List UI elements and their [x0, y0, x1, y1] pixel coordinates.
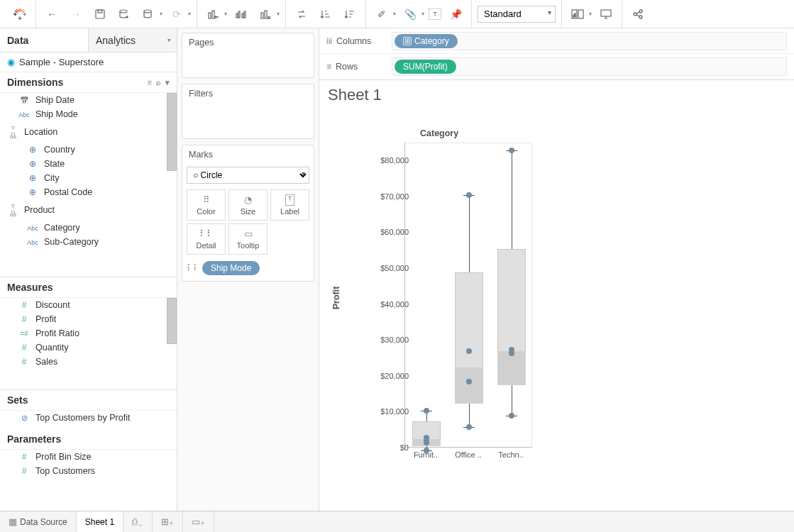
sets-list: Top Customers by Profit — [0, 411, 177, 429]
data-point[interactable] — [424, 435, 429, 440]
presentation-mode-icon[interactable] — [596, 4, 616, 24]
svg-rect-8 — [242, 13, 243, 18]
globe-icon — [27, 173, 38, 183]
tab-data[interactable]: Data — [0, 28, 88, 52]
tab-sheet1[interactable]: Sheet 1 — [77, 511, 123, 532]
parameters-list: Profit Bin SizeTop Customers — [0, 450, 177, 487]
save-icon[interactable] — [90, 4, 110, 24]
caret-icon: ▾ — [188, 11, 191, 17]
swap-icon[interactable] — [292, 4, 311, 24]
field-quantity[interactable]: Quantity — [0, 340, 177, 355]
sheet-title[interactable]: Sheet 1 — [328, 86, 785, 104]
filters-shelf[interactable]: Filters — [182, 84, 314, 139]
svg-rect-5 — [212, 11, 214, 18]
data-point[interactable] — [509, 148, 514, 153]
mark-color[interactable]: ⠿Color — [187, 189, 226, 221]
new-datasource-icon[interactable] — [114, 4, 134, 24]
group-icon[interactable]: 📎 — [400, 4, 420, 24]
caret-icon[interactable]: ▾ — [160, 11, 162, 17]
undo-icon[interactable]: ← — [42, 4, 62, 24]
data-point[interactable] — [466, 424, 472, 430]
fit-select[interactable] — [478, 6, 556, 23]
columns-pill-category[interactable]: ⊞Category — [395, 34, 458, 48]
rows-shelf[interactable]: ≡Rows SUM(Profit) — [319, 54, 794, 79]
field-top-customers[interactable]: Top Customers — [0, 464, 177, 478]
data-point[interactable] — [424, 408, 429, 414]
rows-pill-profit[interactable]: SUM(Profit) — [395, 60, 456, 74]
field-postal-code[interactable]: Postal Code — [0, 185, 177, 199]
field-sub-category[interactable]: Sub-Category — [0, 235, 177, 249]
data-point[interactable] — [509, 413, 514, 419]
field-profit-bin-size[interactable]: Profit Bin Size — [0, 450, 177, 464]
plot-area[interactable] — [404, 143, 532, 448]
field-sales[interactable]: Sales — [0, 355, 177, 369]
field-product[interactable]: Product — [0, 199, 177, 221]
field-state[interactable]: State — [0, 157, 177, 171]
detail-icon[interactable]: ⠇⠇ — [187, 263, 199, 273]
tab-analytics[interactable]: Analytics — [88, 28, 177, 52]
field-city[interactable]: City — [0, 171, 177, 185]
rows-icon: ≡ — [326, 62, 331, 72]
tableau-logo-icon[interactable] — [10, 4, 30, 24]
show-hide-cards-icon[interactable] — [568, 4, 588, 24]
label-icon: T — [285, 194, 295, 206]
datasource-icon: ◉ — [7, 57, 15, 67]
hier-icon — [7, 123, 18, 140]
mark-label[interactable]: TLabel — [270, 189, 309, 221]
svg-rect-15 — [578, 10, 583, 18]
labels-icon[interactable]: T — [429, 9, 441, 20]
field-discount[interactable]: Discount — [0, 298, 177, 312]
y-tick: $60,000 — [359, 228, 409, 236]
tab-data-source[interactable]: ▦Data Source — [0, 511, 77, 532]
refresh-icon[interactable]: ⟳ — [167, 4, 187, 24]
x-axis-title: Category — [420, 128, 458, 138]
new-worksheet-tab[interactable]: ⎙₊ — [123, 511, 153, 532]
field-ship-date[interactable]: Ship Date — [0, 93, 177, 107]
svg-rect-13 — [573, 15, 574, 17]
highlight-icon[interactable]: ✐ — [372, 4, 392, 24]
share-icon[interactable] — [628, 4, 648, 24]
svg-rect-0 — [96, 10, 104, 18]
mark-type-select[interactable]: ○ Circle — [187, 167, 309, 184]
new-worksheet-icon[interactable] — [203, 4, 223, 24]
data-point[interactable] — [509, 347, 514, 353]
caret-icon[interactable]: ▾ — [393, 11, 396, 17]
field-profit-ratio[interactable]: Profit Ratio — [0, 326, 177, 340]
mark-size[interactable]: ◔Size — [228, 189, 268, 221]
field-top-customers-by-profit[interactable]: Top Customers by Profit — [0, 411, 177, 425]
svg-point-3 — [144, 10, 151, 13]
new-story-tab[interactable]: ▭₊ — [183, 511, 214, 532]
redo-icon[interactable]: → — [66, 4, 86, 24]
x-category: Techn.. — [490, 450, 532, 459]
expand-icon[interactable]: ⊞ — [403, 37, 412, 45]
fit-select-input[interactable] — [478, 6, 556, 23]
field-country[interactable]: Country — [0, 143, 177, 157]
field-category[interactable]: Category — [0, 221, 177, 235]
sort-asc-icon[interactable] — [316, 4, 336, 24]
duplicate-sheet-icon[interactable] — [231, 4, 251, 24]
caret-icon[interactable]: ▾ — [224, 11, 227, 17]
caret-icon[interactable]: ▾ — [589, 11, 592, 17]
field-profit[interactable]: Profit — [0, 312, 177, 326]
menu-caret-icon[interactable]: ▾ — [165, 78, 170, 87]
view-icon[interactable]: ≡ — [148, 78, 152, 87]
pin-icon[interactable]: 📌 — [446, 4, 465, 24]
hier-icon — [7, 201, 18, 218]
mark-tooltip[interactable]: ▭Tooltip — [228, 223, 268, 255]
datasource-row[interactable]: ◉ Sample - Superstore — [0, 52, 177, 72]
field-ship-mode[interactable]: Ship Mode — [0, 107, 177, 121]
data-point[interactable] — [466, 192, 472, 198]
columns-shelf[interactable]: iiiColumns ⊞Category — [319, 28, 794, 54]
field-location[interactable]: Location — [0, 121, 177, 143]
viz-area: iiiColumns ⊞Category ≡Rows SUM(Profit) S… — [319, 28, 794, 511]
abc-icon — [27, 238, 38, 246]
pause-updates-icon[interactable] — [138, 4, 158, 24]
sort-desc-icon[interactable] — [340, 4, 360, 24]
mark-detail[interactable]: ⠇⠇Detail — [187, 223, 226, 255]
search-icon[interactable]: ⌕ — [156, 78, 161, 87]
clear-sheet-icon[interactable] — [255, 4, 275, 24]
mark-pill-shipmode[interactable]: Ship Mode — [202, 261, 260, 275]
new-dashboard-tab[interactable]: ⊞₊ — [153, 511, 183, 532]
pages-shelf[interactable]: Pages — [182, 33, 314, 78]
caret-icon[interactable]: ▾ — [277, 11, 280, 17]
